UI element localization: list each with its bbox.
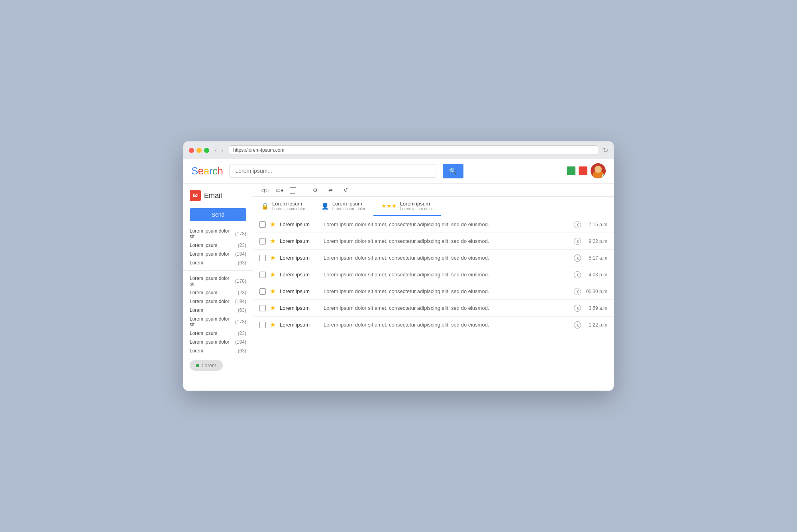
email-time-wrapper-5: 00:30 p.m [574,288,607,295]
avatar[interactable] [591,163,606,178]
email-checkbox-2[interactable] [259,238,266,244]
email-checkbox-4[interactable] [259,272,266,278]
sidebar-item-11[interactable]: Lorem ipsum dolor (194) [183,338,253,346]
sidebar-item-3[interactable]: Lorem ipsum dolor (194) [183,250,253,258]
sidebar-divider [183,270,253,271]
url-text: https://lorem-ipsum.com [233,147,284,153]
tab-info-2: Lorem ipsum Lorem ipsum dolor [332,201,365,211]
sidebar-item-count-8: (63) [238,307,246,313]
email-checkbox-7[interactable] [259,322,266,328]
chat-button[interactable]: Lorem [190,360,223,371]
clock-icon-1 [574,221,581,228]
tab-starred[interactable]: ★★★ Lorem ipsum Lorem ipsum dolor [373,197,441,216]
sidebar-item-count-2: (23) [238,243,246,248]
email-sender-4: Lorem ipsum [280,272,320,278]
email-time-4: 4:03 p.m [583,272,607,278]
search-button[interactable]: 🔍 [443,164,463,178]
red-icon-box [579,166,587,175]
sidebar-item-10[interactable]: Lorem ipsum (23) [183,329,253,338]
email-star-7[interactable]: ★ [270,321,276,329]
tab-title-1: Lorem ipsum [272,201,305,207]
sidebar-item-label-12: Lorem [190,348,203,354]
sidebar-item-4[interactable]: Lorem (63) [183,258,253,267]
clock-hand-m-1 [577,224,579,226]
email-row-6[interactable]: ★ Lorem ipsum Lorem ipsum dolor sit amet… [253,300,614,317]
clock-icon-4 [574,271,581,278]
email-sender-3: Lorem ipsum [280,255,320,261]
send-button[interactable]: Send [190,208,246,221]
email-sender-6: Lorem ipsum [280,305,320,311]
sidebar-item-count-7: (194) [235,299,246,304]
email-star-2[interactable]: ★ [270,237,276,245]
sidebar-item-5[interactable]: Lorem ipsum dolor sit (178) [183,274,253,288]
search-input[interactable] [229,164,436,178]
email-row-5[interactable]: ★ Lorem ipsum Lorem ipsum dolor sit amet… [253,283,614,300]
minimize-button[interactable] [196,148,202,153]
chat-button-label: Lorem [202,362,216,368]
sidebar-item-7[interactable]: Lorem ipsum dolor (194) [183,297,253,306]
toolbar-refresh-icon[interactable]: ↺ [340,186,351,194]
email-time-wrapper-3: 5:17 a.m [574,254,607,262]
email-star-5[interactable]: ★ [270,287,276,295]
tab-social[interactable]: 👤 Lorem ipsum Lorem ipsum dolor [313,197,373,216]
search-header: Search 🔍 [183,158,614,184]
email-time-wrapper-4: 4:03 p.m [574,271,607,278]
email-time-1: 7:15 p.m [583,222,607,227]
clock-hand-m-4 [577,274,579,276]
email-sender-2: Lorem ipsum [280,238,320,244]
sidebar: ✉ Email Send Lorem ipsum dolor sit (178)… [183,184,253,391]
tab-inbox[interactable]: 🔒 Lorem ipsum Lorem ipsum dolor [253,197,313,216]
toolbar-code-icon[interactable]: ◁▷ [259,186,270,194]
email-row-2[interactable]: ★ Lorem ipsum Lorem ipsum dolor sit amet… [253,233,614,250]
tab-sub-1: Lorem ipsum dolor [272,207,305,211]
email-checkbox-3[interactable] [259,255,266,261]
sidebar-item-label-10: Lorem ipsum [190,331,217,336]
chat-online-dot [196,364,199,367]
tab-star-icon: ★★★ [381,203,397,209]
email-sender-5: Lorem ipsum [280,288,320,294]
clock-hand-m-5 [577,291,579,293]
logo-e: e [198,165,204,177]
tab-title-3: Lorem ipsum [400,201,433,207]
sidebar-item-label-11: Lorem ipsum dolor [190,339,229,345]
email-preview-3: Lorem ipsum dolor sit amet, consectetur … [324,255,570,261]
sidebar-item-label-9: Lorem ipsum dolor sit [190,316,235,327]
app-layout: ✉ Email Send Lorem ipsum dolor sit (178)… [183,184,614,391]
sidebar-item-2[interactable]: Lorem ipsum (23) [183,241,253,250]
email-time-wrapper-1: 7:15 p.m [574,221,607,228]
email-checkbox-1[interactable] [259,221,266,228]
maximize-button[interactable] [204,148,209,153]
email-list: ★ Lorem ipsum Lorem ipsum dolor sit amet… [253,216,614,391]
email-row-1[interactable]: ★ Lorem ipsum Lorem ipsum dolor sit amet… [253,216,614,233]
green-icon-box [567,166,575,175]
email-checkbox-6[interactable] [259,305,266,311]
email-row-3[interactable]: ★ Lorem ipsum Lorem ipsum dolor sit amet… [253,250,614,266]
sidebar-item-count-1: (178) [235,231,246,237]
email-row-7[interactable]: ★ Lorem ipsum Lorem ipsum dolor sit amet… [253,317,614,333]
close-button[interactable] [189,148,194,153]
email-star-1[interactable]: ★ [270,220,276,229]
toolbar-view-icon[interactable]: ▭● [275,186,285,194]
sidebar-item-12[interactable]: Lorem (63) [183,346,253,355]
email-star-6[interactable]: ★ [270,304,276,312]
email-checkbox-5[interactable] [259,288,266,295]
sidebar-item-1[interactable]: Lorem ipsum dolor sit (178) [183,227,253,241]
email-star-4[interactable]: ★ [270,270,276,279]
sidebar-item-6[interactable]: Lorem ipsum (23) [183,288,253,297]
url-bar[interactable]: https://lorem-ipsum.com [229,145,599,155]
toolbar-filter-icon[interactable]: ⇌ [325,186,336,194]
email-label: Email [204,192,222,200]
email-row-4[interactable]: ★ Lorem ipsum Lorem ipsum dolor sit amet… [253,266,614,283]
refresh-button[interactable]: ↻ [603,147,608,154]
email-star-3[interactable]: ★ [270,254,276,262]
forward-button[interactable]: › [220,146,225,154]
sidebar-item-8[interactable]: Lorem (63) [183,306,253,315]
clock-icon-6 [574,305,581,312]
sidebar-item-9[interactable]: Lorem ipsum dolor sit (178) [183,315,253,329]
sidebar-item-count-9: (178) [235,319,246,325]
email-preview-1: Lorem ipsum dolor sit amet, consectetur … [324,221,570,227]
toolbar-more-icon[interactable]: —·— [290,186,300,194]
sidebar-btn-row: Lorem [183,355,253,376]
back-button[interactable]: ‹ [213,146,218,154]
toolbar-settings-icon[interactable]: ⚙ [310,186,320,194]
